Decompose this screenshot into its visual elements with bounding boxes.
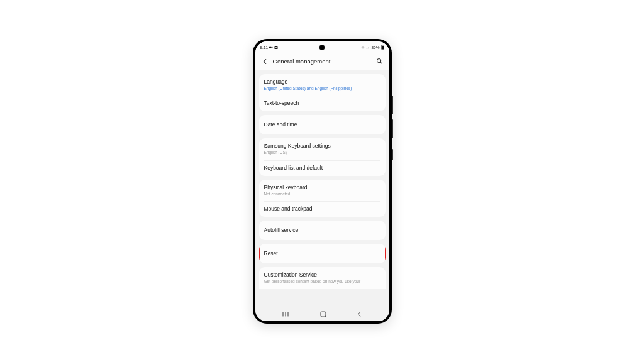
plus-icon bbox=[274, 45, 278, 50]
status-time: 9:11 bbox=[260, 45, 269, 50]
side-button bbox=[392, 149, 393, 160]
item-title: Reset bbox=[264, 250, 380, 257]
nav-back-button[interactable] bbox=[356, 311, 362, 317]
svg-rect-0 bbox=[269, 47, 272, 48]
search-icon[interactable] bbox=[376, 58, 383, 65]
physical-keyboard-item[interactable]: Physical keyboard Not connected bbox=[259, 180, 386, 201]
item-title: Customization Service bbox=[264, 272, 380, 278]
item-title: Physical keyboard bbox=[264, 184, 380, 191]
date-time-item[interactable]: Date and time bbox=[259, 115, 386, 134]
item-title: Mouse and trackpad bbox=[264, 206, 380, 212]
reset-item[interactable]: Reset bbox=[259, 244, 386, 263]
side-button bbox=[392, 96, 393, 114]
item-title: Date and time bbox=[264, 121, 380, 128]
svg-rect-5 bbox=[382, 46, 384, 49]
home-button[interactable] bbox=[319, 310, 327, 318]
settings-group: Date and time bbox=[259, 115, 386, 134]
keyboard-list-item[interactable]: Keyboard list and default bbox=[259, 160, 386, 176]
item-subtitle: Get personalised content based on how yo… bbox=[264, 279, 380, 284]
video-icon bbox=[269, 45, 273, 50]
settings-content[interactable]: Language English (United States) and Eng… bbox=[255, 70, 389, 307]
item-subtitle: Not connected bbox=[264, 192, 380, 197]
item-title: Autofill service bbox=[264, 227, 380, 234]
item-title: Language bbox=[264, 79, 380, 85]
svg-rect-7 bbox=[321, 312, 326, 317]
item-title: Text-to-speech bbox=[264, 100, 380, 107]
settings-group: Autofill service bbox=[259, 221, 386, 240]
signal-icon bbox=[366, 45, 370, 50]
back-icon[interactable] bbox=[262, 58, 268, 65]
nav-bar bbox=[255, 307, 389, 321]
svg-rect-4 bbox=[382, 45, 383, 45]
screen: 9:11 86% bbox=[255, 41, 389, 321]
side-button bbox=[392, 119, 393, 138]
wifi-icon bbox=[361, 45, 365, 50]
autofill-item[interactable]: Autofill service bbox=[259, 221, 386, 240]
mouse-trackpad-item[interactable]: Mouse and trackpad bbox=[259, 201, 386, 217]
language-item[interactable]: Language English (United States) and Eng… bbox=[259, 74, 386, 96]
settings-group: Language English (United States) and Eng… bbox=[259, 74, 386, 112]
svg-point-2 bbox=[363, 48, 364, 49]
tts-item[interactable]: Text-to-speech bbox=[259, 96, 386, 111]
settings-group: Customization Service Get personalised c… bbox=[259, 267, 386, 288]
item-subtitle: English (United States) and English (Phi… bbox=[264, 86, 380, 91]
settings-group: Physical keyboard Not connected Mouse an… bbox=[259, 180, 386, 217]
page-title: General management bbox=[273, 58, 371, 65]
recents-button[interactable] bbox=[282, 311, 291, 317]
battery-icon bbox=[381, 45, 384, 50]
settings-group: Samsung Keyboard settings English (US) K… bbox=[259, 138, 386, 176]
item-subtitle: English (US) bbox=[264, 150, 380, 155]
item-title: Samsung Keyboard settings bbox=[264, 143, 380, 150]
item-title: Keyboard list and default bbox=[264, 165, 380, 172]
samsung-keyboard-item[interactable]: Samsung Keyboard settings English (US) bbox=[259, 138, 386, 160]
front-camera bbox=[319, 45, 325, 50]
customization-item[interactable]: Customization Service Get personalised c… bbox=[259, 267, 386, 288]
battery-text: 86% bbox=[371, 45, 379, 50]
settings-group: Reset bbox=[259, 244, 386, 263]
app-header: General management bbox=[255, 53, 389, 70]
phone-frame: 9:11 86% bbox=[253, 39, 392, 324]
